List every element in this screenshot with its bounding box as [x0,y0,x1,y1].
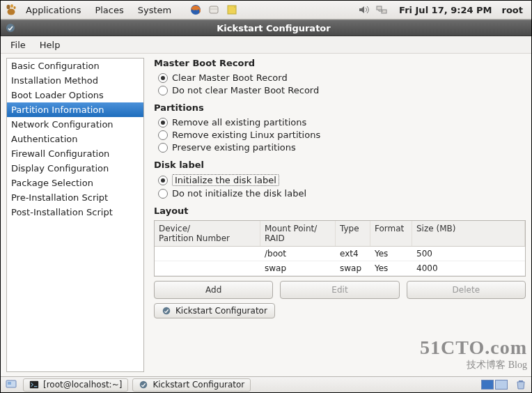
sidebar-item-display-configuration[interactable]: Display Configuration [7,161,143,176]
task-terminal[interactable]: [root@localhost:~] [23,378,128,392]
sidebar-item-firewall-configuration[interactable]: Firewall Configuration [7,146,143,161]
table-row[interactable]: /boot ext4 Yes 500 [155,247,525,261]
sidebar-item-authentication[interactable]: Authentication [7,132,143,146]
layout-header: Device/Partition Number Mount Point/RAID… [155,221,525,247]
radio-icon [158,176,168,185]
radio-icon [158,189,168,199]
svg-point-3 [8,9,15,15]
header-type[interactable]: Type [336,221,370,246]
panel-datetime[interactable]: Fri Jul 17, 9:24 PM [392,5,499,15]
table-row[interactable]: swap swap Yes 4000 [155,261,525,276]
status-pill[interactable]: Kickstart Configurator [154,303,275,318]
panel-menu-places[interactable]: Places [89,3,129,17]
radio-remove-linux-partitions[interactable]: Remove existing Linux partitions [158,130,526,140]
add-button[interactable]: Add [154,281,273,299]
header-device[interactable]: Device/Partition Number [155,221,260,246]
window-titlebar[interactable]: Kickstart Configurator [1,20,531,36]
header-format[interactable]: Format [370,221,412,246]
nautilus-icon[interactable] [208,3,220,16]
svg-point-10 [163,307,171,315]
radio-remove-all-partitions[interactable]: Remove all existing partitions [158,117,526,128]
radio-label: Remove existing Linux partitions [172,130,320,140]
menu-file[interactable]: File [3,38,33,52]
radio-do-not-clear-mbr[interactable]: Do not clear Master Boot Record [158,85,526,95]
radio-clear-mbr[interactable]: Clear Master Boot Record [158,72,526,83]
cell-size: 4000 [412,261,525,275]
radio-preserve-partitions[interactable]: Preserve existing partitions [158,142,526,153]
workspace-1[interactable] [481,380,494,390]
task-kickstart[interactable]: Kickstart Configurator [132,378,251,392]
cell-device [155,247,260,261]
panel-menu-system[interactable]: System [132,3,177,17]
sidebar-item-installation-method[interactable]: Installation Method [7,73,143,88]
menubar: File Help [1,36,531,54]
svg-point-9 [6,24,15,32]
cell-format: Yes [370,261,412,275]
bottom-panel: [root@localhost:~] Kickstart Configurato… [1,376,531,392]
header-size[interactable]: Size (MB) [412,221,525,246]
radio-initialize-disk-label[interactable]: Initialize the disk label [158,174,526,186]
section-disklabel-title: Disk label [154,160,526,170]
panel-user[interactable]: root [502,5,528,15]
panel-menu-applications[interactable]: Applications [20,3,86,17]
radio-icon [158,143,168,153]
workspace-2[interactable] [495,380,508,390]
section-partitions-title: Partitions [154,102,526,113]
trash-icon[interactable] [515,378,527,391]
note-icon[interactable] [226,3,238,16]
cell-mount: swap [260,261,336,275]
volume-icon[interactable] [357,3,370,16]
radio-do-not-initialize-disk-label[interactable]: Do not initialize the disk label [158,188,526,199]
svg-point-1 [10,4,13,8]
cell-format: Yes [370,247,412,261]
radio-icon [158,73,168,83]
svg-point-2 [13,6,15,9]
menu-help[interactable]: Help [33,38,68,52]
task-label: Kickstart Configurator [152,380,244,390]
workspace-switcher[interactable] [481,380,508,390]
sidebar-item-network-configuration[interactable]: Network Configuration [7,117,143,132]
main-content: Master Boot Record Clear Master Boot Rec… [144,54,531,376]
radio-label: Preserve existing partitions [172,142,296,153]
sidebar-item-basic-configuration[interactable]: Basic Configuration [7,59,143,73]
radio-icon [158,86,168,95]
radio-label: Remove all existing partitions [172,117,306,128]
cell-type: ext4 [336,247,370,261]
status-label: Kickstart Configurator [175,306,267,316]
terminal-icon [29,380,39,390]
firefox-icon[interactable] [189,3,202,16]
radio-label: Do not initialize the disk label [172,188,306,199]
sidebar-item-post-installation-script[interactable]: Post-Installation Script [7,205,143,219]
svg-rect-12 [8,382,11,385]
layout-table: Device/Partition Number Mount Point/RAID… [154,220,526,277]
sidebar-item-package-selection[interactable]: Package Selection [7,176,143,190]
kickstart-icon [5,22,16,33]
radio-label: Initialize the disk label [172,174,279,186]
svg-point-14 [140,381,148,389]
cell-device [155,261,260,275]
show-desktop-icon[interactable] [5,378,17,391]
sidebar-item-partition-information[interactable]: Partition Information [7,102,143,117]
radio-icon [158,118,168,128]
header-mount[interactable]: Mount Point/RAID [260,221,336,246]
section-layout-title: Layout [154,206,526,216]
sidebar-item-pre-installation-script[interactable]: Pre-Installation Script [7,190,143,205]
svg-rect-5 [210,6,218,13]
edit-button[interactable]: Edit [280,281,399,299]
cell-size: 500 [412,247,525,261]
svg-point-0 [7,5,10,9]
window-body: Basic Configuration Installation Method … [1,54,531,376]
svg-rect-13 [30,381,38,389]
kickstart-icon [162,306,171,316]
task-label: [root@localhost:~] [43,380,122,390]
delete-button[interactable]: Delete [407,281,526,299]
cell-type: swap [336,261,370,275]
network-icon[interactable] [375,3,388,16]
sidebar: Basic Configuration Installation Method … [6,58,144,372]
svg-rect-15 [519,380,523,382]
layout-buttons: Add Edit Delete [154,281,526,299]
radio-label: Do not clear Master Boot Record [172,85,319,95]
top-panel: Applications Places System Fri Jul 17, 9… [1,1,531,20]
radio-label: Clear Master Boot Record [172,72,288,83]
sidebar-item-boot-loader-options[interactable]: Boot Loader Options [7,88,143,102]
